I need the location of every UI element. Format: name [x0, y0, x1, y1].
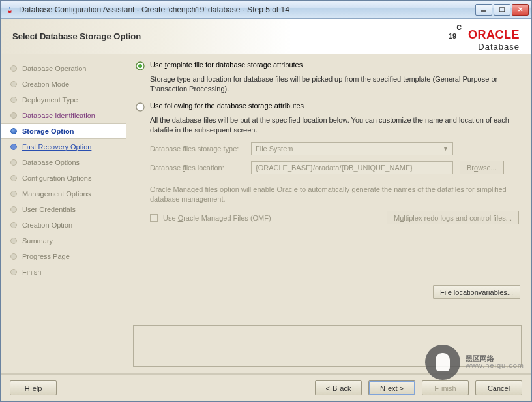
back-button[interactable]: < Back [315, 380, 362, 395]
step-label: User Credentials [22, 206, 76, 213]
wizard-step-user-credentials: User Credentials [1, 202, 126, 217]
svg-rect-1 [499, 8, 505, 12]
step-label: Configuration Options [22, 174, 91, 182]
wizard-step-fast-recovery-option[interactable]: Fast Recovery Option [1, 139, 126, 155]
wizard-step-configuration-options: Configuration Options [1, 170, 126, 186]
help-button[interactable]: Help [10, 380, 57, 395]
files-location-input: {ORACLE_BASE}/oradata/{DB_UNIQUE_NAME} [251, 161, 453, 174]
storage-type-label: Database files storage type: [150, 145, 244, 153]
step-label: Database Operation [22, 65, 86, 72]
close-button[interactable]: ✕ [512, 4, 529, 16]
header: Select Database Storage Option 19c ORACL… [1, 19, 531, 54]
next-button[interactable]: Next > [368, 380, 415, 395]
wizard-steps-sidebar: Database OperationCreation ModeDeploymen… [1, 54, 126, 373]
window-title: Database Configuration Assistant - Creat… [19, 5, 475, 14]
wizard-step-database-identification[interactable]: Database Identification [1, 108, 126, 123]
java-icon [5, 5, 15, 15]
step-label: Creation Option [22, 221, 72, 229]
files-location-label: Database files location: [150, 164, 244, 172]
cancel-button[interactable]: Cancel [475, 380, 522, 395]
footer: Help < Back Next > Finish Cancel [1, 374, 531, 401]
step-label: Deployment Type [22, 96, 78, 104]
radio-use-template-label: Use template file for database storage a… [150, 61, 303, 69]
maximize-button[interactable] [494, 4, 510, 16]
wizard-step-database-options: Database Options [1, 155, 126, 170]
wizard-step-summary: Summary [1, 233, 126, 249]
content-panel: Use template file for database storage a… [126, 54, 531, 373]
wizard-step-creation-mode: Creation Mode [1, 76, 126, 92]
browse-button: Browse... [460, 161, 504, 174]
wizard-step-creation-option: Creation Option [1, 217, 126, 233]
finish-button: Finish [422, 380, 469, 395]
oracle-brand: 19c ORACLE Database [449, 21, 520, 52]
step-label: Database Options [22, 159, 80, 166]
use-template-description: Storage type and location for database f… [150, 74, 515, 94]
page-title: Select Database Storage Option [12, 31, 449, 41]
svg-point-3 [138, 64, 142, 68]
step-label: Finish [22, 268, 41, 276]
wizard-step-progress-page: Progress Page [1, 249, 126, 264]
message-area [133, 325, 522, 367]
omf-label: Use Oracle-Managed Files (OMF) [163, 214, 271, 222]
step-label[interactable]: Database Identification [22, 112, 95, 119]
step-label: Management Options [22, 190, 91, 198]
wizard-step-storage-option: Storage Option [1, 123, 126, 139]
radio-use-following[interactable] [136, 102, 145, 113]
radio-use-template[interactable] [136, 61, 145, 72]
step-label: Progress Page [22, 253, 70, 260]
step-label[interactable]: Fast Recovery Option [22, 143, 91, 151]
wizard-step-database-operation: Database Operation [1, 61, 126, 76]
chevron-down-icon: ▼ [443, 146, 449, 152]
step-label: Creation Mode [22, 80, 69, 88]
wizard-step-deployment-type: Deployment Type [1, 92, 126, 108]
minimize-button[interactable] [475, 4, 492, 16]
radio-use-following-label: Use following for the database storage a… [150, 102, 304, 110]
file-location-variables-button[interactable]: File location variables... [433, 285, 520, 299]
storage-type-combo: File System ▼ [251, 142, 453, 155]
titlebar: Database Configuration Assistant - Creat… [1, 1, 531, 19]
use-following-description: All the database files will be put at th… [150, 116, 515, 135]
wizard-step-management-options: Management Options [1, 186, 126, 202]
omf-checkbox [150, 214, 158, 222]
omf-description: Oracle Managed files option will enable … [150, 185, 515, 204]
step-label: Summary [22, 237, 53, 245]
wizard-step-finish: Finish [1, 264, 126, 280]
multiplex-button: Multiplex redo logs and control files... [387, 211, 519, 224]
step-label: Storage Option [22, 127, 74, 135]
svg-point-4 [136, 103, 144, 111]
